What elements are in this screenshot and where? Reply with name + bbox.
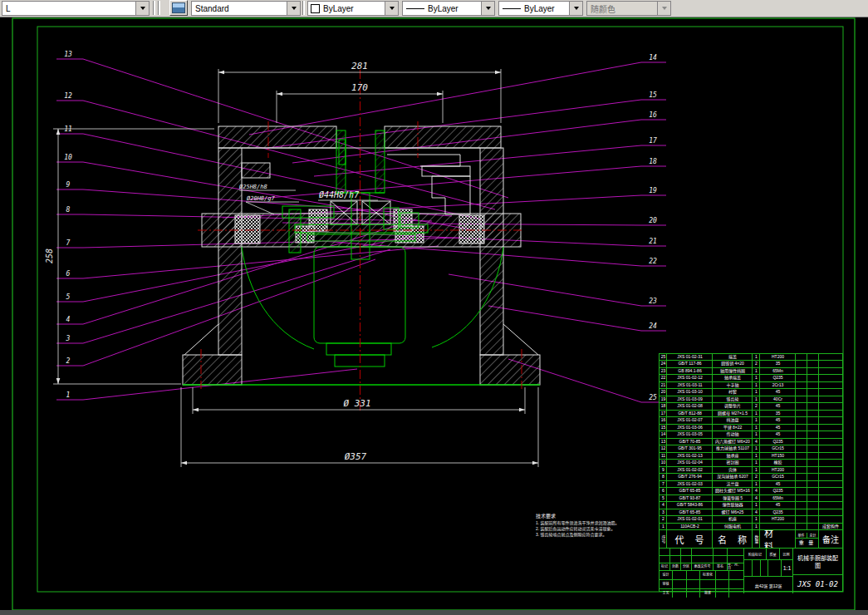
chevron-down-icon [390, 7, 395, 10]
bom-cell: 65Mn [760, 368, 796, 374]
lineweight-control-combo[interactable]: ByLayer [498, 1, 583, 16]
bom-header-weight-total: 总计 [807, 533, 818, 538]
style-combo[interactable]: Standard [191, 1, 301, 16]
bom-cell [819, 425, 841, 430]
bom-cell: 45 [760, 389, 796, 395]
chevron-down-icon [140, 7, 145, 10]
bom-cell [819, 403, 841, 409]
bom-cell [819, 516, 841, 522]
bom-cell: 4 [753, 509, 760, 515]
bom-cell: 挡油盘 [713, 417, 753, 423]
linetype-control-combo[interactable]: ByLayer [402, 1, 495, 16]
lineweight-combo-arrow[interactable] [569, 2, 582, 15]
bom-cell: JXS 01-03-09 [667, 396, 713, 402]
process-label: 工艺 [660, 589, 673, 598]
object-properties-toolbar: L Standard ByLayer ByLayer ByLayer [0, 0, 868, 17]
bom-row: 15JXS 01-03-06平键 8×22145 [660, 425, 842, 431]
bom-header-code: 代 号 [667, 530, 713, 548]
bom-row: 5GB/T 93-87弹簧垫圈 5465Mn [660, 495, 842, 502]
bom-row: 14JXS 01-03-05传动轴145 [660, 431, 842, 438]
bom-cell: GB/T 812-88 [667, 411, 713, 416]
bom-cell [819, 509, 841, 515]
bom-row: 22JXS 01-02-12轴承端盖1Q235 [660, 375, 842, 381]
bom-cell [807, 396, 819, 402]
bom-header-weight-label: 重 量 [799, 539, 816, 546]
text-style-button[interactable] [169, 0, 188, 16]
bom-cell [819, 474, 841, 480]
toolbar-separator [302, 1, 305, 15]
bom-cell [796, 460, 807, 465]
bom-cell [807, 368, 819, 374]
technical-notes: 技术要求 1. 装配前所有零件须清洗干净并涂润滑油脂。 2. 装配后各运动件应转… [536, 512, 660, 538]
scale-value: 1:1 [782, 560, 792, 576]
bom-cell: Q235 [760, 488, 796, 494]
bom-cell [819, 368, 841, 374]
bom-header-remark: 备注 [819, 530, 842, 548]
bom-cell [796, 375, 807, 381]
color-combo-arrow[interactable] [385, 2, 398, 15]
layer-combo-arrow[interactable] [135, 2, 149, 15]
layer-control-combo[interactable]: L [2, 1, 150, 16]
bom-row: 1110ACB-2伺服电机1成套购件 [660, 524, 842, 530]
bom-cell [796, 425, 807, 430]
bom-cell: 内六角螺钉 M6×20 [713, 439, 753, 445]
bom-rows: 25JXS 01-02-31端盖1HT20024GB/T 117-86圆锥销 4… [660, 354, 842, 530]
bom-row: 24GB/T 117-86圆锥销 4×20235 [660, 361, 842, 367]
bom-cell [796, 389, 807, 395]
bom-cell [807, 474, 819, 480]
plotstyle-combo-arrow [657, 2, 670, 15]
bom-cell: 2Cr13 [760, 382, 796, 388]
bom-cell: 6 [660, 488, 667, 494]
bom-cell: 21 [660, 382, 667, 388]
bom-cell: 机座 [713, 516, 753, 522]
bom-cell: GB/T 117-86 [667, 361, 713, 367]
bom-cell [819, 488, 841, 494]
bom-cell [807, 403, 819, 409]
bom-cell: GB/T 93-87 [667, 495, 713, 501]
bom-cell: 1 [753, 417, 760, 423]
bom-cell: 23 [660, 368, 667, 374]
part-callout-number: 25 [649, 394, 657, 401]
bom-cell: 110ACB-2 [667, 524, 713, 529]
scale-label: 比例 [780, 549, 792, 559]
bom-cell: 圆螺母 M27×1.5 [713, 411, 753, 416]
bom-cell: 4 [753, 495, 760, 501]
bom-cell [807, 375, 819, 381]
bom-cell: 成套购件 [819, 524, 841, 529]
linetype-combo-arrow[interactable] [481, 2, 494, 15]
housing-section [183, 126, 540, 385]
linetype-preview-icon [406, 8, 424, 9]
bom-cell: 1 [753, 368, 760, 374]
bom-cell [807, 460, 819, 465]
style-combo-arrow[interactable] [287, 2, 300, 15]
bom-cell: 1 [753, 375, 760, 381]
bom-cell: JXS 01-02-03 [667, 481, 713, 487]
bom-header-qty: 数量 [754, 535, 758, 544]
bom-cell [819, 375, 841, 381]
bom-cell: 25 [660, 354, 667, 360]
bom-cell: 13 [660, 439, 667, 445]
color-control-combo[interactable]: ByLayer [307, 1, 399, 16]
bom-cell [819, 431, 841, 437]
bom-row: 19JXS 01-03-09锥齿轮140Cr [660, 396, 842, 403]
bom-cell: 12 [660, 445, 667, 451]
bom-cell: JXS 01-03-05 [667, 431, 713, 437]
bom-cell: 35 [760, 361, 796, 367]
style-value: Standard [192, 4, 287, 13]
bom-cell: 8 [660, 474, 667, 480]
bom-table: 25JXS 01-02-31端盖1HT20024GB/T 117-86圆锥销 4… [659, 353, 843, 592]
part-callout-number: 4 [66, 316, 71, 323]
bom-cell [819, 502, 841, 508]
bom-cell [796, 417, 807, 423]
bom-cell: 4 [660, 502, 667, 508]
bom-row: 18JXS 01-02-08调整垫片245 [660, 403, 842, 410]
bom-cell [819, 467, 841, 473]
title-block-name-area: 机械手腕部装配图 JXS 01-02 [793, 549, 842, 593]
bom-cell: GB/T 5843-86 [667, 502, 713, 508]
dim-170: 170 [351, 82, 368, 93]
bom-cell [796, 431, 807, 437]
bom-cell: 密封圈 [713, 460, 753, 465]
bom-cell: Q235 [760, 375, 796, 381]
bom-cell: 45 [760, 431, 796, 437]
bom-row: 17GB/T 812-88圆螺母 M27×1.5135 [660, 411, 842, 417]
